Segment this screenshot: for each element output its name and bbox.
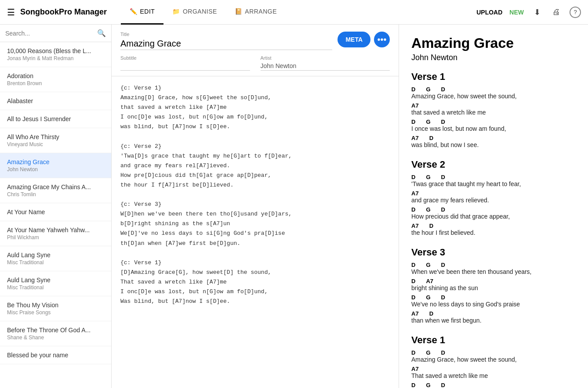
list-item[interactable]: All Who Are ThirstyVineyard Music	[0, 128, 111, 153]
list-item[interactable]: At Your Name Yahweh Yahw...Phil Wickham	[0, 221, 111, 246]
chord: A7	[411, 366, 419, 372]
song-title: Amazing Grace	[7, 158, 104, 165]
verse-section: Verse 3DGDWhen we've been there ten thou…	[411, 247, 576, 324]
app-title: SongbookPro Manager	[20, 7, 107, 17]
verse-block: A7Dthe hour I first believed.	[411, 223, 576, 236]
chord-row: A7	[411, 366, 576, 372]
title-input[interactable]	[120, 38, 332, 50]
list-item[interactable]: Before The Throne Of God A...Shane & Sha…	[0, 321, 111, 346]
verse-block: A7and grace my fears relieved.	[411, 190, 576, 204]
verse-block: DGDAmazing Grace, how sweet the sound,	[411, 86, 576, 100]
chord: D	[441, 262, 445, 268]
list-item[interactable]: At Your Name	[0, 203, 111, 221]
menu-icon[interactable]: ☰	[7, 7, 15, 18]
song-title: Auld Lang Syne	[7, 277, 104, 284]
verse-section: Verse 2DGD'Twas grace that taught my hea…	[411, 159, 576, 236]
lyric-line: That saved a wretch like me	[411, 372, 576, 379]
song-artist: John Newton	[7, 166, 104, 172]
editor-subtitle-row: Subtitle Artist	[120, 55, 390, 71]
artist-label: Artist	[261, 55, 390, 61]
chord-row: DGD	[411, 86, 576, 93]
chord-row: A7D	[411, 135, 576, 141]
book-icon: 📔	[235, 8, 243, 15]
verse-heading: Verse 1	[411, 334, 576, 346]
song-title: Amazing Grace My Chains A...	[7, 183, 104, 190]
new-button[interactable]: NEW	[509, 9, 524, 16]
chord-row: DGD	[411, 119, 576, 125]
verse-block: DGD'Twas grace that taught my heart to f…	[411, 174, 576, 187]
song-title: Alabaster	[7, 97, 104, 104]
song-list: 10,000 Reasons (Bless the L...Jonas Myri…	[0, 42, 111, 388]
list-item[interactable]: Auld Lang SyneMisc Traditional	[0, 271, 111, 296]
chord-row: DGD	[411, 174, 576, 180]
chord: D	[441, 349, 445, 356]
editor-body[interactable]: {c: Verse 1} Amazing[D] Grace, how s[G]w…	[112, 76, 399, 388]
list-item[interactable]: Alabaster	[0, 92, 111, 110]
song-title: Blessed be your name	[7, 352, 104, 359]
lyric-line: When we've been there ten thousand years…	[411, 268, 576, 275]
list-item[interactable]: Amazing Grace My Chains A...Chris Tomlin	[0, 178, 111, 203]
editor-header: Title META ••• Subtitle Artist	[112, 25, 399, 76]
lyric-line: How precious did that grace appear,	[411, 213, 576, 220]
lyric-line: and grace my fears relieved.	[411, 197, 576, 204]
lyric-line: bright shining as the sun	[411, 284, 576, 291]
chord-row: A7D	[411, 310, 576, 317]
preview-verses: Verse 1DGDAmazing Grace, how sweet the s…	[411, 71, 576, 388]
edit-icon: ✏️	[130, 8, 138, 15]
tab-organise[interactable]: 📁 ORGANISE	[163, 0, 225, 25]
chord: G	[426, 349, 430, 356]
chord: D	[411, 119, 415, 125]
song-artist: Misc Traditional	[7, 259, 104, 266]
lyric-line: Amazing Grace, how sweet the sound,	[411, 356, 576, 363]
lyric-line: 'Twas grace that taught my heart to fear…	[411, 180, 576, 187]
lyric-line: I once was lost, but now am found,	[411, 125, 576, 132]
chord: D	[441, 206, 445, 213]
song-title: All to Jesus I Surrender	[7, 115, 104, 122]
chord: A7	[411, 223, 419, 229]
verse-block: A7that saved a wretch like me	[411, 102, 576, 116]
chord: A7	[411, 190, 419, 197]
list-item[interactable]: Blessed be your name	[0, 346, 111, 364]
list-item[interactable]: AdorationBrenton Brown	[0, 67, 111, 92]
verse-section: Verse 1DGDAmazing Grace, how sweet the s…	[411, 334, 576, 388]
song-artist: Misc Traditional	[7, 284, 104, 291]
chord: D	[411, 262, 415, 268]
song-artist: Chris Tomlin	[7, 191, 104, 198]
song-title: At Your Name	[7, 208, 104, 216]
list-item[interactable]: All to Jesus I Surrender	[0, 110, 111, 128]
verse-heading: Verse 2	[411, 159, 576, 170]
download-button[interactable]: ⬇	[531, 6, 543, 18]
chord: D	[429, 310, 433, 317]
tab-arrange[interactable]: 📔 ARRANGE	[226, 0, 286, 25]
verse-block: DGDI once was lost, but now am found,	[411, 119, 576, 132]
chord: D	[411, 86, 415, 93]
chord-row: DGD	[411, 349, 576, 356]
list-item[interactable]: Amazing GraceJohn Newton	[0, 153, 111, 178]
search-input[interactable]	[5, 30, 94, 37]
tab-edit[interactable]: ✏️ EDIT	[121, 0, 163, 25]
print-button[interactable]: 🖨	[550, 6, 563, 18]
preview-panel: Amazing Grace John Newton Verse 1DGDAmaz…	[399, 25, 588, 388]
list-item[interactable]: Be Thou My VisionMisc Praise Songs	[0, 296, 111, 321]
chord: A7	[426, 278, 433, 284]
chord-row: DGD	[411, 206, 576, 213]
meta-button[interactable]: META	[338, 32, 370, 47]
editor-actions: META •••	[338, 32, 390, 47]
subtitle-field: Subtitle	[120, 55, 250, 71]
song-title: At Your Name Yahweh Yahw...	[7, 226, 104, 234]
subtitle-input[interactable]	[120, 61, 250, 71]
list-item[interactable]: Auld Lang SyneMisc Traditional	[0, 246, 111, 271]
more-button[interactable]: •••	[374, 32, 390, 47]
search-bar: 🔍	[0, 25, 111, 42]
list-item[interactable]: 10,000 Reasons (Bless the L...Jonas Myri…	[0, 42, 111, 67]
editor-title-row: Title META •••	[120, 32, 390, 50]
verse-heading: Verse 3	[411, 247, 576, 258]
chord-row: A7D	[411, 223, 576, 229]
artist-input[interactable]	[261, 61, 390, 71]
chord: G	[426, 382, 430, 388]
help-button[interactable]: ?	[570, 7, 581, 18]
verse-block: DGDAmazing Grace, how sweet the sound,	[411, 349, 576, 363]
song-title: Adoration	[7, 72, 104, 79]
verse-block: DGDWe've no less days to sing God's prai…	[411, 294, 576, 308]
upload-button[interactable]: UPLOAD	[476, 9, 502, 16]
